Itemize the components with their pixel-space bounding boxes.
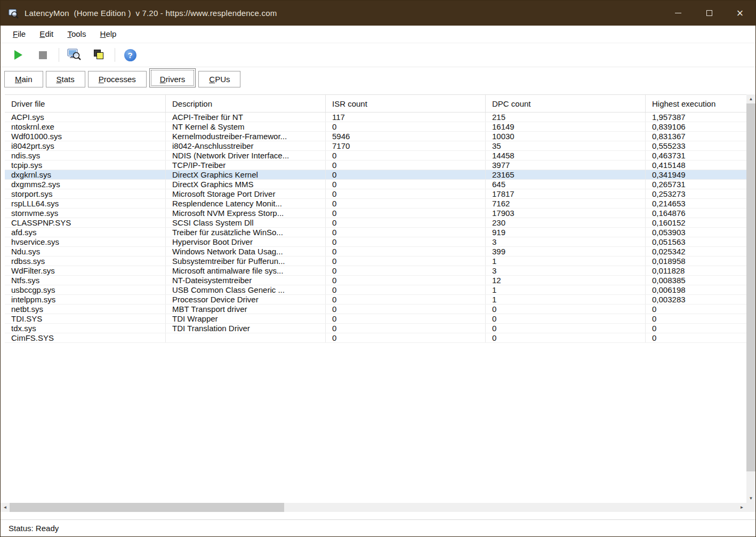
minimize-button[interactable]: [663, 1, 694, 26]
table-row[interactable]: stornvme.sysMicrosoft NVM Express Storp.…: [5, 209, 746, 218]
table-cell: 0,265731: [646, 180, 746, 189]
scroll-right-icon[interactable]: ►: [737, 503, 746, 512]
table-cell: 1: [486, 295, 646, 304]
table-cell: 0: [326, 324, 486, 333]
table-cell: 0: [646, 324, 746, 333]
table-cell: NDIS (Network Driver Interface...: [166, 151, 326, 160]
menu-help[interactable]: Help: [94, 26, 123, 43]
table-cell: NT Kernel & System: [166, 122, 326, 131]
title-bar[interactable]: LatencyMon (Home Edition ) v 7.20 - http…: [1, 1, 755, 26]
table-row[interactable]: usbccgp.sysUSB Common Class Generic ...0…: [5, 285, 746, 295]
table-cell: 3: [486, 266, 646, 275]
table-cell: 0,160152: [646, 218, 746, 227]
table-row[interactable]: ntoskrnl.exeNT Kernel & System0161490,83…: [5, 122, 746, 132]
table-cell: 0: [326, 304, 486, 314]
scroll-down-icon[interactable]: ▼: [746, 494, 755, 503]
tab-drivers[interactable]: Drivers: [149, 68, 196, 87]
table-cell: dxgmms2.sys: [5, 180, 166, 189]
tab-main[interactable]: Main: [4, 71, 43, 87]
horizontal-scrollbar[interactable]: ◄ ►: [1, 503, 755, 512]
menu-edit[interactable]: Edit: [34, 26, 59, 43]
minimize-icon: [675, 13, 681, 13]
column-header-isr-count[interactable]: ISR count: [326, 95, 486, 112]
table-cell: TDI Wrapper: [166, 314, 326, 323]
table-cell: rdbss.sys: [5, 257, 166, 266]
table-row[interactable]: WdFilter.sysMicrosoft antimalware file s…: [5, 266, 746, 276]
table-cell: MBT Transport driver: [166, 304, 326, 314]
table-row[interactable]: ndis.sysNDIS (Network Driver Interface..…: [5, 151, 746, 161]
table-cell: tcpip.sys: [5, 161, 166, 170]
table-row[interactable]: CimFS.SYS000: [5, 333, 746, 343]
scroll-up-icon[interactable]: ▲: [746, 94, 755, 103]
table-cell: 0: [326, 151, 486, 160]
table-cell: 0,253273: [646, 189, 746, 198]
table-cell: 0,463731: [646, 151, 746, 160]
table-cell: 0: [326, 257, 486, 266]
table-row[interactable]: ACPI.sysACPI-Treiber für NT1172151,95738…: [5, 113, 746, 122]
table-row[interactable]: tcpip.sysTCP/IP-Treiber039770,415148: [5, 161, 746, 170]
table-cell: dxgkrnl.sys: [5, 170, 166, 179]
table-row[interactable]: Ntfs.sysNT-Dateisystemtreiber0120,008385: [5, 276, 746, 285]
table-cell: 0: [326, 285, 486, 294]
table-row[interactable]: CLASSPNP.SYSSCSI Class System Dll02300,1…: [5, 218, 746, 228]
close-button[interactable]: ×: [725, 1, 755, 26]
table-cell: 17817: [486, 189, 646, 198]
table-cell: netbt.sys: [5, 304, 166, 314]
maximize-button[interactable]: [694, 1, 725, 26]
tab-stats[interactable]: Stats: [46, 71, 85, 87]
tab-cpus[interactable]: CPUs: [198, 71, 240, 87]
table-row[interactable]: Ndu.sysWindows Network Data Usag...03990…: [5, 247, 746, 257]
table-cell: 0,555233: [646, 141, 746, 150]
table-row[interactable]: netbt.sysMBT Transport driver000: [5, 304, 746, 314]
table-row[interactable]: TDI.SYSTDI Wrapper000: [5, 314, 746, 324]
help-button[interactable]: ?: [120, 46, 140, 63]
column-header-description[interactable]: Description: [166, 95, 326, 112]
table-cell: 0,006198: [646, 285, 746, 294]
menu-tools[interactable]: Tools: [61, 26, 92, 43]
status-gap: [1, 512, 755, 519]
table-row[interactable]: intelppm.sysProcessor Device Driver010,0…: [5, 295, 746, 304]
table-row[interactable]: Wdf01000.sysKernelmodustreiber-Framewor.…: [5, 132, 746, 141]
table-cell: Treiber für zusätzliche WinSo...: [166, 228, 326, 237]
table-cell: TDI.SYS: [5, 314, 166, 323]
menu-file[interactable]: File: [7, 26, 31, 43]
table-row[interactable]: dxgmms2.sysDirectX Graphics MMS06450,265…: [5, 180, 746, 189]
table-row[interactable]: hvservice.sysHypervisor Boot Driver030,0…: [5, 237, 746, 247]
table-row[interactable]: tdx.sysTDI Translation Driver000: [5, 324, 746, 333]
table-cell: 919: [486, 228, 646, 237]
start-monitor-button[interactable]: [8, 46, 28, 63]
table-cell: 0: [326, 218, 486, 227]
table-row[interactable]: storport.sysMicrosoft Storage Port Drive…: [5, 189, 746, 199]
windows-list-button[interactable]: [89, 46, 109, 63]
table-cell: afd.sys: [5, 228, 166, 237]
table-row[interactable]: i8042prt.sysi8042-Anschlusstreiber717035…: [5, 141, 746, 151]
table-cell: Hypervisor Boot Driver: [166, 237, 326, 246]
analyze-button[interactable]: [64, 46, 84, 63]
table-cell: 0: [326, 199, 486, 208]
table-cell: 0,415148: [646, 161, 746, 170]
table-row[interactable]: rdbss.sysSubsystemtreiber für Pufferun..…: [5, 257, 746, 266]
tab-processes[interactable]: Processes: [88, 71, 147, 87]
table-row[interactable]: dxgkrnl.sysDirectX Graphics Kernel023165…: [5, 170, 746, 180]
table-cell: [166, 333, 326, 342]
column-header-highest-execution[interactable]: Highest execution: [646, 95, 746, 112]
vertical-scrollbar[interactable]: ▲ ▼: [746, 94, 755, 503]
table-cell: 3977: [486, 161, 646, 170]
table-row[interactable]: rspLLL64.sysResplendence Latency Monit..…: [5, 199, 746, 209]
vertical-scrollbar-thumb[interactable]: [746, 103, 755, 471]
window-title: LatencyMon (Home Edition ) v 7.20 - http…: [25, 9, 277, 18]
table-cell: 35: [486, 141, 646, 150]
toolbar-separator: [115, 48, 115, 62]
column-header-driver-file[interactable]: Driver file: [5, 95, 166, 112]
vertical-scrollbar-track[interactable]: [746, 471, 755, 494]
horizontal-scrollbar-thumb[interactable]: [10, 503, 284, 512]
stop-monitor-button[interactable]: [33, 46, 53, 63]
scroll-left-icon[interactable]: ◄: [1, 503, 10, 512]
table-row[interactable]: afd.sysTreiber für zusätzliche WinSo...0…: [5, 228, 746, 237]
status-bar: Status: Ready: [1, 519, 755, 536]
table-cell: 215: [486, 113, 646, 122]
table-cell: 0: [326, 276, 486, 285]
table-cell: TDI Translation Driver: [166, 324, 326, 333]
table-cell: Windows Network Data Usag...: [166, 247, 326, 256]
column-header-dpc-count[interactable]: DPC count: [486, 95, 646, 112]
